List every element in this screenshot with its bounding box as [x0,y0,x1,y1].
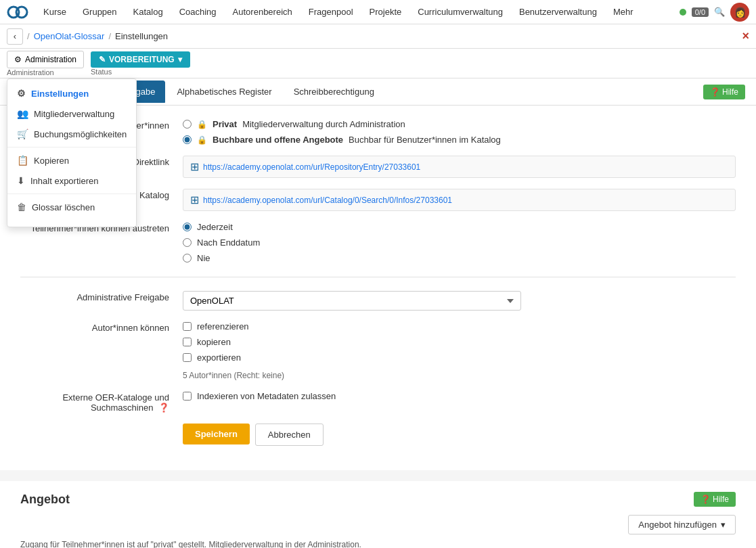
help-button-top[interactable]: ❓ Hilfe [703,85,745,99]
breadcrumb-separator-1: / [27,31,30,41]
teilnehmer-control: 🔒 Privat Mitgliederverwaltung durch Admi… [183,119,736,145]
dropdown-item-mitglieder[interactable]: 👥 Mitgliederverwaltung [7,104,136,124]
settings-icon: ⚙ [17,88,26,99]
austritt-radio-group: Jederzeit Nach Enddatum Nie [183,222,736,263]
help-button-angebot[interactable]: ❓ Hilfe [694,492,736,507]
info-icon: ❓ [158,403,169,413]
svg-point-1 [16,7,27,18]
tab-schreibberechtigung[interactable]: Schreibberechtigung [284,81,384,103]
radio-buchbar-input[interactable] [183,135,192,144]
cancel-button[interactable]: Abbrechen [255,424,324,446]
save-button[interactable]: Speichern [183,424,250,444]
nav-fragenpool[interactable]: Fragenpool [302,3,360,21]
avatar[interactable]: 👩 [730,3,749,22]
buchbar-label: Buchbare und offene Angebote [213,135,343,145]
dropdown-item-loeschen[interactable]: 🗑 Glossar löschen [7,197,136,217]
dropdown-item-kopieren[interactable]: 📋 Kopieren [7,150,136,170]
status-indicator [680,9,686,16]
status-button[interactable]: ✎ VORBEREITUNG ▾ [91,51,190,68]
radio-nach-enddatum-input[interactable] [183,238,192,247]
checkbox-referenzieren[interactable]: referenzieren [183,321,736,332]
radio-nie-input[interactable] [183,254,192,262]
angebot-add-button[interactable]: Angebot hinzufügen ▾ [628,515,736,534]
dropdown-section-actions: 📋 Kopieren ⬇ Inhalt exportieren [7,150,136,194]
nav-katalog[interactable]: Katalog [127,3,170,21]
autoren-label: Autor*innen können [20,321,169,333]
nav-mehr[interactable]: Mehr [606,3,640,21]
angebot-note: Zugang für Teilnehmer*innen ist auf "pri… [20,540,736,548]
nie-label: Nie [197,253,210,263]
checkbox-referenzieren-input[interactable] [183,322,192,331]
checkbox-exportieren-input[interactable] [183,353,192,362]
tab-alphabetisches-register[interactable]: Alphabetisches Register [166,81,282,103]
copy-icon: 📋 [17,155,28,166]
radio-privat[interactable]: 🔒 Privat Mitgliederverwaltung durch Admi… [183,119,736,129]
search-icon[interactable]: 🔍 [714,7,725,17]
checkbox-indexieren[interactable]: Indexieren von Metadaten zulassen [183,391,736,401]
admin-button[interactable]: ⚙ Administration [7,51,84,68]
radio-jederzeit[interactable]: Jederzeit [183,222,736,232]
nav-coaching[interactable]: Coaching [173,3,223,21]
breadcrumb-parent[interactable]: OpenOlat-Glossar [34,31,105,41]
trash-icon: 🗑 [17,202,26,212]
dropdown-label-einstellungen: Einstellungen [31,89,89,99]
checkbox-indexieren-input[interactable] [183,392,192,401]
chevron-down-icon: ▾ [178,55,182,64]
referenzieren-label: referenzieren [197,321,249,332]
status-label: VORBEREITUNG [109,55,175,64]
back-button[interactable]: ‹ [7,28,23,45]
radio-privat-input[interactable] [183,120,192,129]
admin-freigabe-label: Administrative Freigabe [20,291,169,302]
externe-control: Indexieren von Metadaten zulassen [183,391,736,401]
nav-projekte[interactable]: Projekte [363,3,409,21]
dropdown-item-export[interactable]: ⬇ Inhalt exportieren [7,170,136,191]
radio-buchbar[interactable]: 🔒 Buchbare und offene Angebote Buchbar f… [183,135,736,145]
angebot-section: Angebot ❓ Hilfe Angebot hinzufügen ▾ Zug… [0,481,756,548]
admin-freigabe-control: OpenOLAT [183,291,736,311]
nav-curriculumverwaltung[interactable]: Curriculumverwaltung [411,3,510,21]
dropdown-item-einstellungen[interactable]: ⚙ Einstellungen [7,83,136,104]
authors-note: 5 Autor*innen (Recht: keine) [183,371,736,380]
admin-freigabe-select[interactable]: OpenOLAT [183,291,521,311]
edit-icon: ✎ [99,55,106,64]
close-button[interactable]: × [742,29,749,43]
cart-icon: 🛒 [17,129,28,139]
externe-label: Externe OER-Kataloge und Suchmaschinen ❓ [20,391,169,413]
radio-nach-enddatum[interactable]: Nach Enddatum [183,237,736,248]
direktlink-url[interactable]: https://academy.openolat.com/url/Reposit… [203,162,420,172]
logo[interactable] [7,5,28,20]
qr-icon: ⊞ [190,160,199,173]
privat-desc: Mitgliederverwaltung durch Administratio… [242,119,405,129]
lock-icon-buchbar: 🔒 [197,135,207,145]
nav-autorenbereich[interactable]: Autorenbereich [226,3,299,21]
nav-benutzerverwaltung[interactable]: Benutzerverwaltung [512,3,604,21]
form-row-admin-freigabe: Administrative Freigabe OpenOLAT [20,291,736,311]
dropdown-section-delete: 🗑 Glossar löschen [7,197,136,220]
form-row-autoren: Autor*innen können referenzieren kopiere… [20,321,736,380]
checkbox-exportieren[interactable]: exportieren [183,352,736,363]
nav-kurse[interactable]: Kurse [37,3,73,21]
indexieren-label: Indexieren von Metadaten zulassen [197,391,336,401]
breadcrumb: ‹ / OpenOlat-Glossar / Einstellungen × [0,24,756,49]
admin-label: Administration [25,55,76,64]
nav-gruppen[interactable]: Gruppen [76,3,124,21]
checkbox-kopieren[interactable]: kopieren [183,337,736,347]
teilnehmer-radio-group: 🔒 Privat Mitgliederverwaltung durch Admi… [183,119,736,145]
dropdown-item-buchung[interactable]: 🛒 Buchungsmöglichkeiten [7,124,136,144]
checkbox-kopieren-input[interactable] [183,338,192,346]
angebot-title: Angebot [20,493,70,507]
radio-jederzeit-input[interactable] [183,223,192,231]
angebot-header: Angebot ❓ Hilfe [20,492,736,507]
direktlink-control: ⊞ https://academy.openolat.com/url/Repos… [183,156,736,178]
nach-enddatum-label: Nach Enddatum [197,237,260,248]
gear-icon: ⚙ [14,55,22,64]
administration-sublabel: Administration [7,68,54,76]
angebot-dropdown-icon: ▾ [721,520,726,530]
links-katalog-control: ⊞ https://academy.openolat.com/url/Catal… [183,189,736,211]
form-row-austritt: Teilnehmer*innen können austreten Jederz… [20,222,736,263]
privat-label: Privat [213,119,237,129]
radio-nie[interactable]: Nie [183,253,736,263]
links-katalog-url[interactable]: https://academy.openolat.com/url/Catalog… [203,196,452,205]
nav-right: 0/0 🔍 👩 [680,3,749,22]
admin-dropdown-menu: ⚙ Einstellungen 👥 Mitgliederverwaltung 🛒… [7,78,137,227]
